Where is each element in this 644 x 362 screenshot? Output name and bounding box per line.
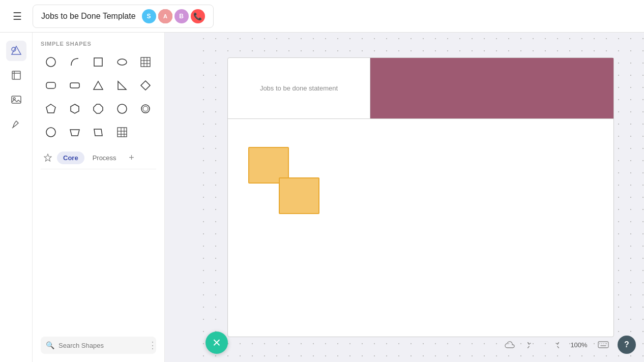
shape-diamond[interactable] xyxy=(135,75,156,96)
shape-circle2[interactable] xyxy=(112,99,132,119)
svg-rect-13 xyxy=(141,57,150,67)
svg-line-9 xyxy=(12,127,14,128)
sidebar-btn-frame[interactable] xyxy=(6,65,26,85)
search-icon: 🔍 xyxy=(46,341,54,349)
shape-circle4[interactable] xyxy=(41,122,61,142)
svg-point-26 xyxy=(118,104,127,113)
image-icon xyxy=(11,94,22,105)
fab-icon: × xyxy=(213,336,221,350)
svg-rect-19 xyxy=(70,83,79,88)
redo-icon[interactable] xyxy=(546,337,563,353)
process-tab[interactable]: Process xyxy=(86,152,123,164)
shape-square[interactable] xyxy=(88,52,108,72)
svg-rect-7 xyxy=(12,96,21,103)
shape-table[interactable] xyxy=(135,52,156,72)
shape-right-triangle[interactable] xyxy=(112,75,132,96)
draw-icon xyxy=(11,118,22,130)
svg-marker-25 xyxy=(94,104,103,113)
svg-marker-22 xyxy=(141,81,150,90)
avatar-a: A xyxy=(158,9,172,23)
page-title: Jobs to be Done Template xyxy=(41,12,136,21)
col-label-tools: Tools hired xyxy=(228,126,356,134)
sticky-note-2[interactable] xyxy=(279,177,319,214)
undo-icon[interactable] xyxy=(524,337,540,353)
menu-icon: ☰ xyxy=(13,10,22,22)
sidebar-btn-draw[interactable] xyxy=(6,114,26,134)
section-title: SIMPLE SHAPES xyxy=(41,41,156,47)
core-tab[interactable]: Core xyxy=(57,152,84,164)
shape-ellipse[interactable] xyxy=(112,52,132,72)
svg-marker-37 xyxy=(44,154,51,161)
svg-text:A: A xyxy=(163,13,167,19)
shape-parallelogram[interactable] xyxy=(88,122,108,142)
shape-circle3[interactable] xyxy=(135,99,156,119)
board-top-right xyxy=(370,58,613,119)
board-statement: Jobs to be done statement xyxy=(228,58,370,119)
bottom-bar: 100% ? xyxy=(502,336,636,354)
canvas-area[interactable]: Jobs to be done statement Tools hired Re… xyxy=(197,33,644,362)
svg-rect-11 xyxy=(94,58,102,66)
shapes-icon xyxy=(11,45,22,56)
phone-icon[interactable]: 📞 xyxy=(191,9,205,23)
search-box: 🔍 ⋮ xyxy=(41,337,156,354)
cloud-icon[interactable] xyxy=(502,337,518,353)
svg-marker-21 xyxy=(118,81,126,89)
board: Jobs to be done statement Tools hired Re… xyxy=(227,57,614,337)
svg-point-28 xyxy=(143,106,148,111)
col-label-barriers: Barriers for hire xyxy=(485,126,613,134)
shapes-panel: SIMPLE SHAPES xyxy=(33,33,165,362)
shape-grid[interactable] xyxy=(112,122,132,142)
svg-point-12 xyxy=(118,59,127,65)
fab-close-button[interactable]: × xyxy=(206,331,228,354)
svg-marker-24 xyxy=(71,104,79,113)
search-input[interactable] xyxy=(58,342,144,349)
search-more-icon[interactable]: ⋮ xyxy=(148,340,157,351)
svg-rect-32 xyxy=(118,128,127,137)
title-box: Jobs to be Done Template S A B 📞 xyxy=(33,5,214,28)
avatar-s: S xyxy=(142,9,156,23)
svg-point-10 xyxy=(46,57,55,67)
shape-octagon[interactable] xyxy=(88,99,108,119)
board-top: Jobs to be done statement xyxy=(228,58,613,119)
frame-icon xyxy=(11,70,22,81)
left-sidebar xyxy=(0,33,33,362)
main-area: SIMPLE SHAPES xyxy=(0,33,644,362)
avatar-b: B xyxy=(174,9,189,23)
shape-arc[interactable] xyxy=(65,52,85,72)
topbar: ☰ Jobs to be Done Template S A B 📞 xyxy=(0,0,644,33)
sidebar-btn-image[interactable] xyxy=(6,89,26,110)
sidebar-btn-shapes[interactable] xyxy=(6,41,26,61)
shape-rounded-rect[interactable] xyxy=(41,75,61,96)
svg-point-29 xyxy=(46,128,55,137)
shape-hexagon[interactable] xyxy=(65,99,85,119)
avatar-group: S A B 📞 xyxy=(142,9,205,23)
shape-circle[interactable] xyxy=(41,52,61,72)
keyboard-icon[interactable] xyxy=(595,337,611,353)
svg-marker-20 xyxy=(94,81,103,89)
shape-pentagon[interactable] xyxy=(41,99,61,119)
shape-rounded-rect2[interactable] xyxy=(65,75,85,96)
svg-marker-31 xyxy=(94,129,102,136)
shapes-grid xyxy=(41,52,156,142)
svg-rect-38 xyxy=(598,342,608,348)
svg-rect-18 xyxy=(46,82,55,88)
svg-point-27 xyxy=(141,105,150,113)
help-button[interactable]: ? xyxy=(618,336,636,354)
zoom-level: 100% xyxy=(569,341,589,349)
svg-marker-30 xyxy=(70,130,79,136)
shapes-tabs: Core Process + xyxy=(41,150,156,169)
shape-trapezoid[interactable] xyxy=(65,122,85,142)
menu-button[interactable]: ☰ xyxy=(8,7,26,25)
svg-marker-23 xyxy=(46,104,55,113)
tab-star-icon[interactable] xyxy=(41,150,55,165)
svg-rect-4 xyxy=(12,71,20,79)
add-tab-button[interactable]: + xyxy=(125,150,139,165)
col-label-reasons: Reasons for hire xyxy=(357,126,485,134)
shape-triangle[interactable] xyxy=(88,75,108,96)
